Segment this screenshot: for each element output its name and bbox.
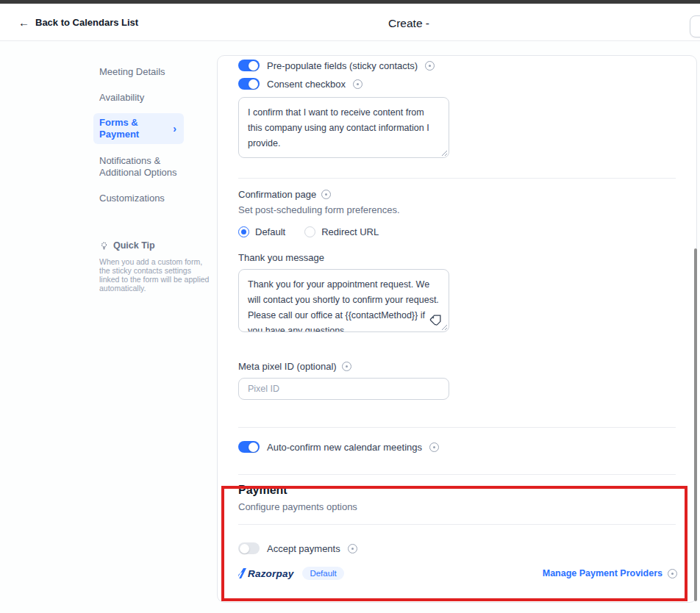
info-icon[interactable] [425,61,435,71]
back-arrow-icon: ← [18,16,29,29]
payment-provider-row: Razorpay Default Manage Payment Provider… [238,567,677,580]
page-title: Create - [388,17,429,30]
tag-icon[interactable] [429,314,442,326]
payment-subtitle: Configure payments options [238,501,676,512]
meta-pixel-label: Meta pixel ID (optional) [238,361,337,372]
radio-redirect-url[interactable]: Redirect URL [304,226,379,237]
thank-you-label: Thank you message [238,252,676,263]
forms-payment-panel: Pre-populate fields (sticky contacts) Co… [217,55,697,603]
info-icon[interactable] [353,79,362,89]
accept-payments-toggle[interactable] [238,542,260,554]
page-header: ← Back to Calendars List Create - [0,4,700,41]
manage-link-label: Manage Payment Providers [543,568,662,578]
manage-payment-providers-link[interactable]: Manage Payment Providers [543,568,677,578]
resize-grip-icon[interactable] [441,324,448,331]
sidebar-item-meeting-details[interactable]: Meeting Details [93,62,211,82]
back-link-label: Back to Calendars List [35,17,138,28]
back-to-calendars-link[interactable]: ← Back to Calendars List [18,16,138,29]
section-divider [238,474,676,475]
settings-sidebar: Meeting Details Availability Forms & Pay… [93,62,211,293]
consent-row: Consent checkbox [238,78,676,90]
lightbulb-icon [99,241,109,251]
radio-redirect-label: Redirect URL [321,226,379,237]
header-action-button[interactable] [690,15,700,37]
quick-tip-body: When you add a custom form, the sticky c… [99,257,210,293]
quick-tip-title: Quick Tip [113,240,155,251]
confirmation-subtitle: Set post-scheduling form preferences. [238,204,676,215]
auto-confirm-toggle[interactable] [238,441,260,453]
chevron-right-icon: › [173,124,176,133]
info-icon[interactable] [429,442,439,452]
thank-you-textarea[interactable]: Thank you for your appointment request. … [238,269,449,332]
scrollbar-thumb[interactable] [694,248,697,601]
prepopulate-label: Pre-populate fields (sticky contacts) [267,60,418,71]
info-icon[interactable] [342,362,351,371]
accept-payments-label: Accept payments [267,543,340,554]
info-icon[interactable] [348,544,357,553]
section-divider [238,524,676,525]
info-icon[interactable] [668,569,677,578]
consent-textarea-wrap: I confirm that I want to receive content… [238,97,449,158]
radio-unselected-icon [304,226,315,237]
confirmation-radio-group: Default Redirect URL [238,226,676,237]
radio-default[interactable]: Default [238,226,285,237]
section-divider [238,427,676,428]
confirmation-page-label: Confirmation page [238,189,316,200]
prepopulate-toggle[interactable] [238,60,260,71]
pixel-id-input[interactable] [238,378,449,400]
sidebar-item-label: Forms & Payment [99,117,173,140]
consent-toggle[interactable] [238,78,260,90]
sidebar-item-forms-payment[interactable]: Forms & Payment › [93,113,184,144]
sidebar-item-customizations[interactable]: Customizations [93,188,211,209]
sidebar-item-availability[interactable]: Availability [93,87,211,108]
consent-label: Consent checkbox [267,79,346,90]
thank-you-textarea-wrap: Thank you for your appointment request. … [238,269,449,332]
prepopulate-row: Pre-populate fields (sticky contacts) [238,60,676,71]
info-icon[interactable] [321,190,331,199]
consent-textarea[interactable]: I confirm that I want to receive content… [238,97,449,158]
section-divider [238,178,676,179]
default-badge: Default [302,567,343,580]
razorpay-wordmark: Razorpay [248,568,293,579]
auto-confirm-row: Auto-confirm new calendar meetings [238,441,676,453]
meta-pixel-label-row: Meta pixel ID (optional) [238,361,676,372]
radio-default-label: Default [255,226,285,237]
auto-confirm-label: Auto-confirm new calendar meetings [267,442,422,453]
quick-tip-panel: Quick Tip When you add a custom form, th… [93,240,211,293]
resize-grip-icon[interactable] [441,150,448,157]
radio-selected-icon [238,226,249,237]
sidebar-item-notifications[interactable]: Notifications & Additional Options [93,151,185,183]
payment-heading: Payment [238,484,676,497]
accept-payments-row: Accept payments [238,542,676,554]
razorpay-bolt-icon [238,568,246,578]
confirmation-page-label-row: Confirmation page [238,189,676,200]
razorpay-logo: Razorpay [238,568,293,579]
